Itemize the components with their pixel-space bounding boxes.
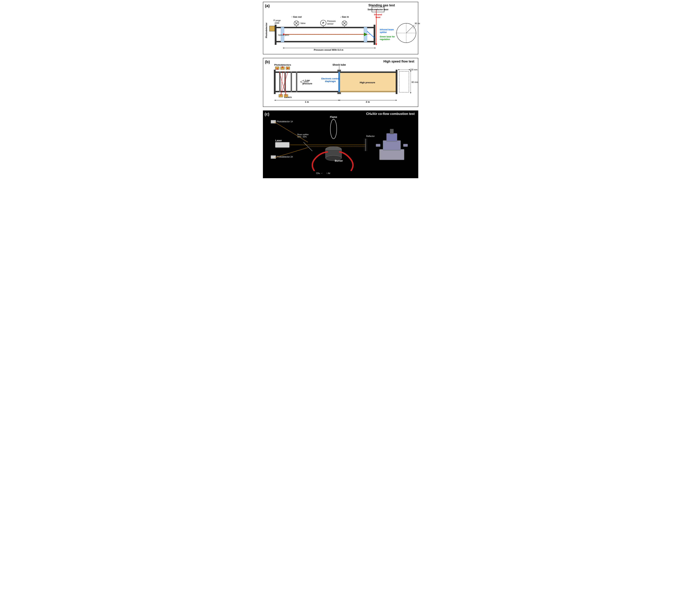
ch4-arrow-label: CH₄ → (316, 172, 323, 175)
photodetector-label: Photodetector (265, 23, 268, 38)
panel-b-label: (b) (265, 60, 270, 64)
dim-1m-label: 1 m (305, 101, 309, 103)
gas-in-label: ↓ Gas in (340, 16, 349, 18)
ch4-title: CH₄/Air co-flow combustion test (366, 112, 414, 116)
panel-b: (b) High speed flow test Shock tube Phot… (263, 58, 418, 107)
pd1-label: Photodetector 1# (277, 120, 293, 123)
dim-80-bottom (410, 92, 411, 94)
flame-shape (330, 119, 337, 139)
beam-splitter-line (367, 31, 375, 38)
panel-a-label: (a) (265, 3, 270, 8)
vessel-label: Pressure vessel With 0.4 m (314, 49, 344, 51)
diagram-a-svg: Photodetector FLange plate Optical glass… (265, 6, 420, 52)
left-flange (275, 25, 277, 45)
mech-mid (383, 140, 401, 150)
pd2-label: Photodetector 2# (277, 156, 293, 158)
right-end-b (396, 70, 398, 94)
low-pressure-label1: Low (305, 79, 310, 82)
dim-130-label: 130 mm (410, 69, 418, 71)
tube-b-top (274, 72, 398, 73)
pressure-p-label: P (322, 22, 324, 24)
high-speed-title: High speed flow test (383, 60, 414, 63)
infrared-laser-label2: laser (375, 16, 380, 19)
reflector-label: Reflector (366, 135, 375, 137)
beam-splitter-label2: splitter (380, 31, 387, 33)
high-pressure-label: High pressure (360, 81, 375, 84)
air-arrow-label: ↑ Air (326, 172, 330, 175)
mechanism-3d (376, 129, 408, 160)
opt-plate3 (291, 72, 292, 92)
dim-130-left (398, 69, 399, 70)
red-arrow-head (375, 44, 377, 45)
mech-bolt (390, 129, 394, 134)
red-hose1 (312, 152, 327, 170)
burner-label: Burner (335, 159, 343, 162)
dim-90mm-label: 90 mm (415, 22, 420, 25)
dim-80-label: 80 mm (411, 81, 418, 83)
opt-plate4 (296, 72, 297, 92)
diaphragm-top (337, 70, 341, 72)
gas-out-label: ↑ Gas out (291, 16, 302, 18)
photodetectors-label: Photodetectors (274, 63, 291, 66)
green-laser-label1: Green laser for (380, 35, 395, 38)
flame-label: Flame (330, 115, 337, 118)
photodetector-box (270, 26, 275, 31)
diagram-c-svg: Photodetector 1# Laser Photodetector 2# … (265, 114, 420, 176)
dim-2m-left (339, 100, 340, 101)
diagram-b-svg: Shock tube Photodetectors E (265, 62, 420, 104)
panel-c: (c) CH₄/Air co-flow combustion test Phot… (263, 110, 418, 178)
diaphragm (338, 70, 340, 94)
mech-top (386, 133, 397, 141)
main-container: (a) Standing gas test Photodetector FLan… (261, 0, 420, 180)
electronic-label1: Electronic control (321, 77, 339, 80)
electronic-label2: diaphragm (325, 80, 336, 83)
dim-1m-left (274, 100, 276, 101)
dim-2m-label: 2 m (365, 101, 370, 103)
dim-2m-right (396, 100, 397, 101)
tube-bottom (275, 41, 375, 42)
laser-label-c: Laser (275, 139, 282, 142)
pressure-sensor-label2: sensor (327, 23, 333, 25)
flange-label: FLange (273, 19, 281, 22)
shock-tube-label: Shock tube (332, 63, 346, 66)
bs-label: Beam splitter (297, 133, 309, 135)
valve-label: Valve (300, 22, 305, 25)
infrared-laser-label: Infrared (374, 14, 382, 16)
green-laser-label2: regulation (380, 38, 390, 41)
pd1-box (271, 120, 276, 123)
mech-arm-right (403, 144, 408, 146)
pd2-box (271, 156, 276, 159)
dim-box (399, 72, 409, 92)
pressure-sensor-label: Pressure (327, 20, 336, 22)
low-pressure-label2: pressure (302, 82, 312, 85)
laser-label1: Semiconductor laser (368, 8, 388, 11)
laser-box-c (275, 142, 289, 148)
opt-plate1 (279, 72, 281, 92)
left-end-b (274, 70, 276, 94)
right-flange (374, 25, 375, 45)
vessel-right-arrow (375, 48, 376, 49)
vessel-left-arrow (283, 48, 284, 49)
beam-splitter-label1: Infrared beam (380, 28, 394, 31)
flange-label2: plate (275, 22, 279, 24)
mech-arm-left (376, 144, 380, 146)
tube-top (275, 27, 375, 28)
mech-base (379, 149, 404, 160)
circle-radius-line (406, 25, 414, 33)
panel-c-label: (c) (265, 112, 270, 116)
standing-gas-title: Standing gas test (368, 3, 395, 7)
panel-a: (a) Standing gas test Photodetector FLan… (263, 2, 418, 54)
